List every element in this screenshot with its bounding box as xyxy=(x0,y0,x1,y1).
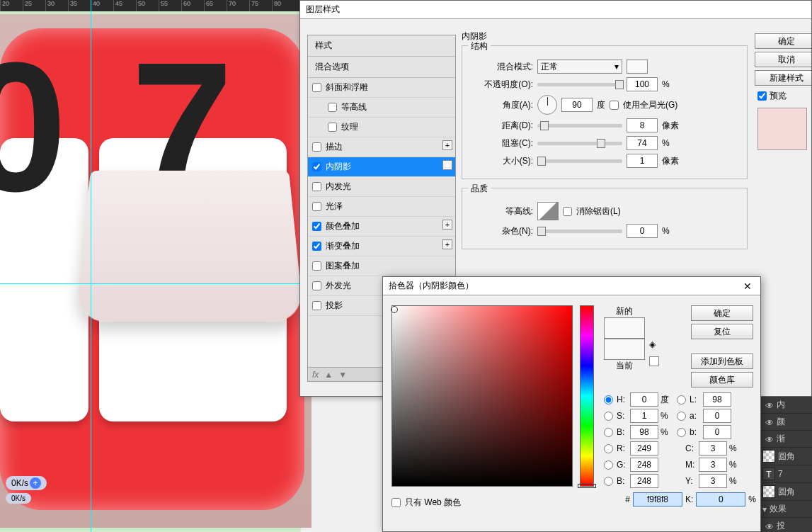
add-effect-icon[interactable]: + xyxy=(442,160,452,170)
current-color-swatch[interactable] xyxy=(604,339,645,360)
noise-slider[interactable] xyxy=(537,230,622,233)
hex-input[interactable] xyxy=(633,492,682,506)
style-checkbox[interactable] xyxy=(312,202,321,211)
choke-slider[interactable] xyxy=(537,142,622,145)
style-item-纹理[interactable]: 纹理 xyxy=(308,118,455,137)
new-style-button[interactable]: 新建样式 xyxy=(755,70,811,86)
g-input[interactable] xyxy=(630,458,658,472)
h-input[interactable] xyxy=(630,392,658,407)
canvas-area[interactable]: 20253035404550556065707580 0 7 0K/s+ 0K/… xyxy=(0,0,301,532)
close-icon[interactable]: ✕ xyxy=(740,281,755,292)
angle-dial[interactable] xyxy=(537,95,557,115)
bl-input[interactable] xyxy=(630,474,658,488)
guide-vertical[interactable] xyxy=(91,0,91,532)
l-radio[interactable] xyxy=(677,395,686,404)
sv-field[interactable] xyxy=(391,305,573,487)
color-cube-icon[interactable]: ◈ xyxy=(649,339,659,349)
g-radio[interactable] xyxy=(604,460,613,470)
bv-input[interactable] xyxy=(630,425,658,439)
style-item-颜色叠加[interactable]: 颜色叠加+ xyxy=(308,217,455,237)
a-input[interactable] xyxy=(703,409,731,423)
style-checkbox[interactable] xyxy=(312,222,321,231)
m-input[interactable] xyxy=(699,458,727,472)
style-item-内发光[interactable]: 内发光 xyxy=(308,177,455,197)
hue-bar[interactable] xyxy=(580,305,594,487)
s-input[interactable] xyxy=(630,409,658,423)
preview-toggle[interactable]: 预览 xyxy=(757,90,808,102)
a-radio[interactable] xyxy=(677,412,686,421)
choke-input[interactable] xyxy=(627,136,658,150)
picker-titlebar[interactable]: 拾色器（内阴影颜色） ✕ xyxy=(383,277,760,295)
opacity-slider[interactable] xyxy=(537,83,622,86)
add-effect-icon[interactable]: + xyxy=(442,239,452,249)
new-color-swatch[interactable] xyxy=(604,317,645,339)
blend-options[interactable]: 混合选项 xyxy=(308,57,455,78)
visibility-icon[interactable]: 👁 xyxy=(765,522,774,531)
style-item-图案叠加[interactable]: 图案叠加 xyxy=(308,256,455,276)
style-checkbox[interactable] xyxy=(312,162,321,171)
r-input[interactable] xyxy=(630,441,658,455)
styles-header[interactable]: 样式 xyxy=(308,35,455,57)
style-item-渐变叠加[interactable]: 渐变叠加+ xyxy=(308,237,455,256)
plus-icon[interactable]: + xyxy=(30,477,41,489)
web-only-checkbox[interactable] xyxy=(391,498,401,507)
distance-slider[interactable] xyxy=(537,124,622,128)
color-lib-button[interactable]: 颜色库 xyxy=(691,372,753,387)
c-input[interactable] xyxy=(699,441,727,455)
guide-horizontal[interactable] xyxy=(0,283,301,284)
picker-ok-button[interactable]: 确定 xyxy=(691,305,753,321)
hue-thumb[interactable] xyxy=(578,484,596,488)
labb-input[interactable] xyxy=(703,425,731,439)
ok-button[interactable]: 确定 xyxy=(755,33,811,49)
style-item-内阴影[interactable]: 内阴影+ xyxy=(308,157,455,177)
distance-input[interactable] xyxy=(627,118,658,132)
style-checkbox[interactable] xyxy=(312,142,321,152)
size-input[interactable] xyxy=(627,154,658,168)
style-checkbox[interactable] xyxy=(328,123,337,132)
add-effect-icon[interactable]: + xyxy=(442,140,452,150)
arrow-down-icon[interactable]: ▼ xyxy=(338,370,347,380)
y-input[interactable] xyxy=(699,474,727,488)
chevron-down-icon[interactable]: ▾ xyxy=(762,504,767,514)
style-item-斜面和浮雕[interactable]: 斜面和浮雕 xyxy=(308,78,455,98)
dialog-title[interactable]: 图层样式 xyxy=(300,1,811,19)
visibility-icon[interactable]: 👁 xyxy=(765,401,774,409)
sv-cursor[interactable] xyxy=(391,306,398,313)
b-radio[interactable] xyxy=(604,428,613,437)
s-radio[interactable] xyxy=(604,412,613,421)
fx-label[interactable]: fx xyxy=(312,370,319,380)
add-swatch-button[interactable]: 添加到色板 xyxy=(691,353,753,369)
blend-mode-select[interactable]: 正常▾ xyxy=(537,60,622,74)
angle-input[interactable] xyxy=(561,98,593,112)
global-light-checkbox[interactable] xyxy=(610,101,619,110)
preview-checkbox[interactable] xyxy=(757,91,767,101)
r-radio[interactable] xyxy=(604,444,613,453)
k-input[interactable] xyxy=(696,492,745,506)
style-item-光泽[interactable]: 光泽 xyxy=(308,197,455,217)
add-effect-icon[interactable]: + xyxy=(442,220,452,230)
style-checkbox[interactable] xyxy=(312,261,321,271)
visibility-icon[interactable]: 👁 xyxy=(765,418,774,426)
style-checkbox[interactable] xyxy=(312,182,321,191)
arrow-up-icon[interactable]: ▲ xyxy=(324,370,333,380)
style-checkbox[interactable] xyxy=(328,103,337,112)
contour-swatch[interactable] xyxy=(537,202,559,220)
style-checkbox[interactable] xyxy=(312,301,321,310)
style-item-描边[interactable]: 描边+ xyxy=(308,137,455,157)
noise-input[interactable] xyxy=(627,224,658,238)
labb-radio[interactable] xyxy=(677,428,686,437)
style-checkbox[interactable] xyxy=(312,281,321,290)
shadow-color-swatch[interactable] xyxy=(627,60,648,74)
cancel-button[interactable]: 取消 xyxy=(755,52,811,67)
visibility-icon[interactable]: 👁 xyxy=(765,435,774,443)
picker-reset-button[interactable]: 复位 xyxy=(691,324,753,339)
style-checkbox[interactable] xyxy=(312,83,321,92)
size-slider[interactable] xyxy=(537,159,622,163)
style-item-等高线[interactable]: 等高线 xyxy=(308,98,455,118)
h-radio[interactable] xyxy=(604,395,613,404)
bl-radio[interactable] xyxy=(604,477,613,486)
l-input[interactable] xyxy=(703,392,731,407)
style-checkbox[interactable] xyxy=(312,242,321,251)
small-swatch[interactable] xyxy=(649,356,659,366)
opacity-input[interactable] xyxy=(627,77,658,91)
